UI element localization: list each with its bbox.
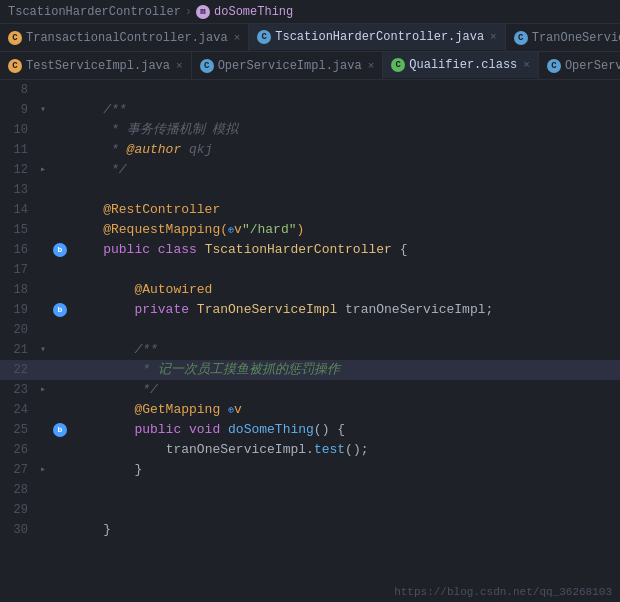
tab-icon-operserviceiface: C bbox=[547, 59, 561, 73]
bean-marker-25: b bbox=[53, 423, 67, 437]
code-line-11: 11 * @author qkj bbox=[0, 140, 620, 160]
tab-tscation[interactable]: C TscationHarderController.java × bbox=[249, 24, 505, 52]
tab-label-transactional: TransactionalController.java bbox=[26, 31, 228, 45]
breadcrumb: TscationHarderController › m doSomeThing bbox=[0, 0, 620, 24]
code-line-26: 26 tranOneServiceImpl.test(); bbox=[0, 440, 620, 460]
tab-bar-row2: C TestServiceImpl.java × C OperServiceIm… bbox=[0, 52, 620, 80]
breadcrumb-method: doSomeThing bbox=[214, 5, 293, 19]
code-line-30: 30 } bbox=[0, 520, 620, 540]
tab-close-transactional[interactable]: × bbox=[234, 32, 241, 44]
code-line-20: 20 bbox=[0, 320, 620, 340]
bean-marker-16: b bbox=[53, 243, 67, 257]
code-line-14: 14 @RestController bbox=[0, 200, 620, 220]
tab-operservice[interactable]: C OperServiceImpl.java × bbox=[192, 52, 384, 80]
code-line-17: 17 bbox=[0, 260, 620, 280]
tab-label-testservice: TestServiceImpl.java bbox=[26, 59, 170, 73]
bean-marker-19: b bbox=[53, 303, 67, 317]
code-line-22: 22 * 记一次员工摸鱼被抓的惩罚操作 bbox=[0, 360, 620, 380]
tab-tranone[interactable]: C TranOneServiceImpl.java × bbox=[506, 24, 620, 52]
code-line-13: 13 bbox=[0, 180, 620, 200]
breadcrumb-class: TscationHarderController bbox=[8, 5, 181, 19]
tab-icon-qualifier: C bbox=[391, 58, 405, 72]
tab-label-tranone: TranOneServiceImpl.java bbox=[532, 31, 620, 45]
tab-icon-transactional: C bbox=[8, 31, 22, 45]
code-line-23: 23 ▸ */ bbox=[0, 380, 620, 400]
code-line-25: 25 b public void doSomeThing() { bbox=[0, 420, 620, 440]
tab-operserviceiface[interactable]: C OperService.java × bbox=[539, 52, 620, 80]
tab-testservice[interactable]: C TestServiceImpl.java × bbox=[0, 52, 192, 80]
code-line-24: 24 @GetMapping ⊕v bbox=[0, 400, 620, 420]
tab-close-operservice[interactable]: × bbox=[368, 60, 375, 72]
tab-transactional[interactable]: C TransactionalController.java × bbox=[0, 24, 249, 52]
method-icon: m bbox=[196, 5, 210, 19]
code-line-19: 19 b private TranOneServiceImpl tranOneS… bbox=[0, 300, 620, 320]
watermark: https://blog.csdn.net/qq_36268103 bbox=[394, 586, 612, 598]
tab-close-tscation[interactable]: × bbox=[490, 31, 497, 43]
tab-icon-tranone: C bbox=[514, 31, 528, 45]
code-line-29: 29 bbox=[0, 500, 620, 520]
code-area: 8 9 ▾ /** 10 * 事务传播机制 模拟 bbox=[0, 80, 620, 602]
tab-bar-row1: C TransactionalController.java × C Tscat… bbox=[0, 24, 620, 52]
tab-close-testservice[interactable]: × bbox=[176, 60, 183, 72]
tab-close-qualifier[interactable]: × bbox=[523, 59, 530, 71]
code-line-28: 28 bbox=[0, 480, 620, 500]
tab-label-qualifier: Qualifier.class bbox=[409, 58, 517, 72]
code-line-12: 12 ▸ */ bbox=[0, 160, 620, 180]
code-line-8: 8 bbox=[0, 80, 620, 100]
code-line-21: 21 ▾ /** bbox=[0, 340, 620, 360]
tab-label-operservice: OperServiceImpl.java bbox=[218, 59, 362, 73]
tab-icon-testservice: C bbox=[8, 59, 22, 73]
tab-icon-operservice: C bbox=[200, 59, 214, 73]
code-line-16: 16 b public class TscationHarderControll… bbox=[0, 240, 620, 260]
code-line-27: 27 ▸ } bbox=[0, 460, 620, 480]
editor-container: TscationHarderController › m doSomeThing… bbox=[0, 0, 620, 602]
tab-qualifier[interactable]: C Qualifier.class × bbox=[383, 52, 539, 80]
code-line-15: 15 @RequestMapping(⊕v"/hard") bbox=[0, 220, 620, 240]
code-line-10: 10 * 事务传播机制 模拟 bbox=[0, 120, 620, 140]
tab-icon-tscation: C bbox=[257, 30, 271, 44]
tab-label-operserviceiface: OperService.java bbox=[565, 59, 620, 73]
tab-label-tscation: TscationHarderController.java bbox=[275, 30, 484, 44]
code-line-18: 18 @Autowired bbox=[0, 280, 620, 300]
code-line-9: 9 ▾ /** bbox=[0, 100, 620, 120]
